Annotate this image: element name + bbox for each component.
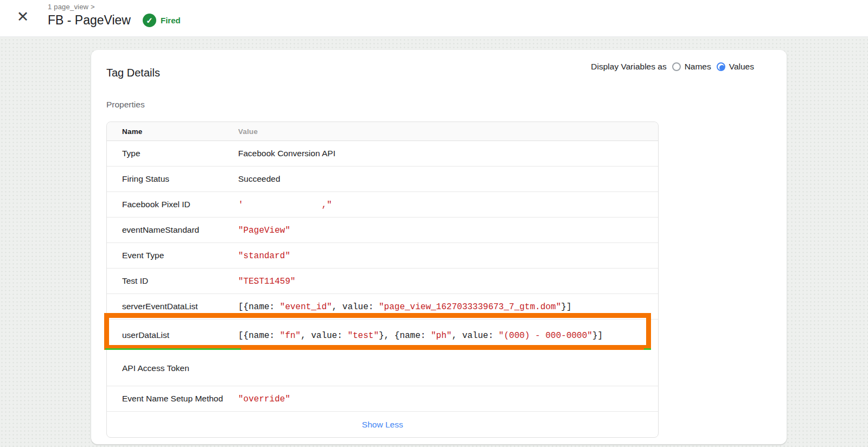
status-label: Fired: [161, 16, 181, 25]
page-title: FB - PageView: [48, 13, 131, 28]
table-footer: Show Less: [107, 412, 658, 437]
table-row: Event Name Setup Method"override": [107, 386, 658, 412]
table-row: userDataList[{name: "fn", value: "test"}…: [107, 320, 658, 351]
table-body: TypeFacebook Conversion APIFiring Status…: [107, 141, 658, 412]
table-row: Test ID"TEST11459": [107, 269, 658, 294]
property-value: [{name: "event_id", value: "page_view_16…: [238, 302, 658, 312]
table-row: TypeFacebook Conversion API: [107, 141, 658, 167]
property-value: "PageView": [238, 225, 658, 235]
table-row: API Access Token: [107, 351, 658, 386]
card-title: Tag Details: [106, 67, 160, 79]
property-value: "standard": [238, 251, 658, 261]
property-name: Event Name Setup Method: [107, 394, 238, 404]
property-value: [{name: "fn", value: "test"}, {name: "ph…: [238, 330, 658, 341]
panel-header: ✕ 1 page_view > FB - PageView ✓ Fired: [0, 0, 868, 37]
tag-details-card: Tag Details Display Variables as Names V…: [91, 50, 787, 444]
property-value: "TEST11459": [238, 276, 658, 286]
radio-label: Values: [729, 62, 754, 72]
table-row: Facebook Pixel ID' ,": [107, 192, 658, 218]
property-name: Test ID: [107, 276, 238, 286]
property-name: Firing Status: [107, 174, 238, 184]
breadcrumb[interactable]: 1 page_view >: [48, 3, 95, 11]
check-icon: ✓: [143, 14, 156, 27]
table-row: serverEventDataList[{name: "event_id", v…: [107, 294, 658, 320]
property-name: eventNameStandard: [107, 225, 238, 235]
radio-icon: [717, 62, 725, 71]
close-button[interactable]: ✕: [13, 7, 33, 27]
property-value: "override": [238, 394, 658, 404]
property-name: Type: [107, 149, 238, 158]
close-icon: ✕: [17, 9, 29, 25]
properties-table: Name Value TypeFacebook Conversion APIFi…: [106, 122, 659, 438]
show-less-link[interactable]: Show Less: [362, 420, 403, 430]
property-name: API Access Token: [107, 363, 238, 373]
section-title: Properties: [106, 100, 145, 110]
property-value: Succeeded: [238, 174, 658, 184]
property-name: Facebook Pixel ID: [107, 200, 238, 209]
property-value: ' ,": [238, 200, 658, 210]
property-name: Event Type: [107, 251, 238, 260]
property-value: Facebook Conversion API: [238, 149, 658, 158]
status-badge: ✓ Fired: [143, 14, 181, 27]
property-name: userDataList: [107, 330, 238, 340]
column-header-name: Name: [107, 127, 238, 136]
column-header-value: Value: [238, 127, 658, 136]
table-row: Firing StatusSucceeded: [107, 167, 658, 192]
radio-label: Names: [685, 62, 711, 72]
display-variables-toggle: Display Variables as Names Values: [591, 62, 754, 72]
radio-icon: [672, 62, 681, 71]
property-name: serverEventDataList: [107, 302, 238, 311]
table-row: eventNameStandard"PageView": [107, 218, 658, 243]
radio-names[interactable]: Names: [672, 62, 711, 72]
table-row: Event Type"standard": [107, 243, 658, 269]
display-variables-label: Display Variables as: [591, 62, 666, 72]
table-header-row: Name Value: [107, 122, 658, 141]
radio-values[interactable]: Values: [717, 62, 754, 72]
